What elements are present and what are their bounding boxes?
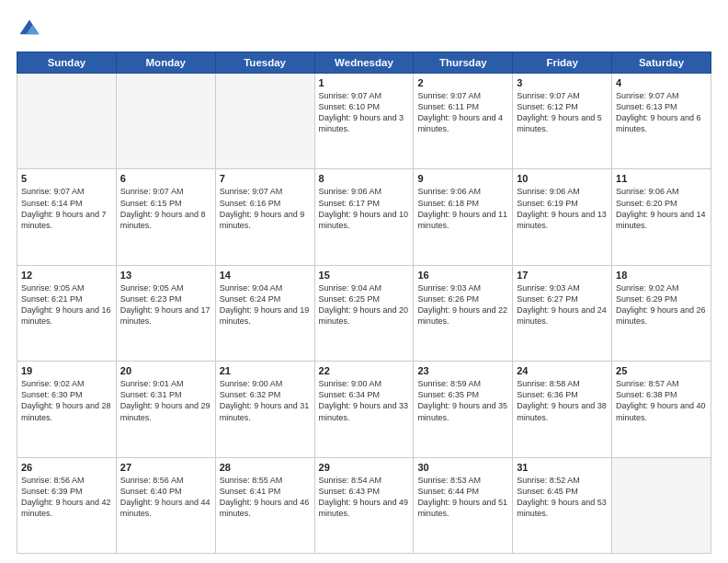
- day-number: 13: [120, 270, 211, 281]
- cell-info: Sunrise: 9:07 AMSunset: 6:11 PMDaylight:…: [417, 90, 508, 135]
- cell-info: Sunrise: 9:07 AMSunset: 6:15 PMDaylight:…: [120, 186, 211, 231]
- week-row-5: 26Sunrise: 8:56 AMSunset: 6:39 PMDayligh…: [17, 457, 711, 553]
- cell-info: Sunrise: 8:59 AMSunset: 6:35 PMDaylight:…: [417, 378, 508, 423]
- cell-info: Sunrise: 8:54 AMSunset: 6:43 PMDaylight:…: [319, 475, 410, 520]
- cell-info: Sunrise: 9:00 AMSunset: 6:32 PMDaylight:…: [220, 378, 311, 423]
- week-row-3: 12Sunrise: 9:05 AMSunset: 6:21 PMDayligh…: [17, 265, 711, 361]
- calendar-cell: 13Sunrise: 9:05 AMSunset: 6:23 PMDayligh…: [116, 265, 215, 361]
- calendar-cell: 10Sunrise: 9:06 AMSunset: 6:19 PMDayligh…: [513, 169, 612, 265]
- weekday-tuesday: Tuesday: [215, 52, 314, 74]
- calendar-cell: 26Sunrise: 8:56 AMSunset: 6:39 PMDayligh…: [17, 457, 117, 553]
- cell-info: Sunrise: 8:52 AMSunset: 6:45 PMDaylight:…: [517, 475, 608, 520]
- calendar-cell: 19Sunrise: 9:02 AMSunset: 6:30 PMDayligh…: [17, 362, 117, 457]
- day-number: 21: [220, 365, 311, 376]
- page: SundayMondayTuesdayWednesdayThursdayFrid…: [0, 0, 728, 563]
- calendar-cell: 12Sunrise: 9:05 AMSunset: 6:21 PMDayligh…: [17, 265, 117, 361]
- day-number: 27: [120, 462, 211, 473]
- calendar-cell: 7Sunrise: 9:07 AMSunset: 6:16 PMDaylight…: [215, 169, 314, 265]
- calendar-cell: 25Sunrise: 8:57 AMSunset: 6:38 PMDayligh…: [612, 362, 711, 457]
- cell-info: Sunrise: 9:07 AMSunset: 6:10 PMDaylight:…: [319, 90, 410, 135]
- calendar-cell: 30Sunrise: 8:53 AMSunset: 6:44 PMDayligh…: [414, 457, 513, 553]
- day-number: 31: [517, 462, 608, 473]
- cell-info: Sunrise: 9:06 AMSunset: 6:17 PMDaylight:…: [319, 186, 410, 231]
- weekday-sunday: Sunday: [17, 52, 117, 74]
- calendar-cell: 22Sunrise: 9:00 AMSunset: 6:34 PMDayligh…: [314, 362, 414, 457]
- day-number: 6: [120, 173, 211, 184]
- day-number: 18: [616, 270, 707, 281]
- cell-info: Sunrise: 9:02 AMSunset: 6:30 PMDaylight:…: [21, 378, 112, 423]
- cell-info: Sunrise: 9:00 AMSunset: 6:34 PMDaylight:…: [319, 378, 410, 423]
- cell-info: Sunrise: 9:03 AMSunset: 6:27 PMDaylight:…: [517, 282, 608, 327]
- day-number: 7: [220, 173, 311, 184]
- day-number: 11: [616, 173, 707, 184]
- weekday-saturday: Saturday: [612, 52, 711, 74]
- cell-info: Sunrise: 8:58 AMSunset: 6:36 PMDaylight:…: [517, 378, 608, 423]
- weekday-header-row: SundayMondayTuesdayWednesdayThursdayFrid…: [17, 52, 711, 74]
- calendar-cell: 14Sunrise: 9:04 AMSunset: 6:24 PMDayligh…: [215, 265, 314, 361]
- calendar-cell: 15Sunrise: 9:04 AMSunset: 6:25 PMDayligh…: [314, 265, 414, 361]
- cell-info: Sunrise: 9:05 AMSunset: 6:23 PMDaylight:…: [120, 282, 211, 327]
- cell-info: Sunrise: 9:05 AMSunset: 6:21 PMDaylight:…: [21, 282, 112, 327]
- calendar-cell: 11Sunrise: 9:06 AMSunset: 6:20 PMDayligh…: [612, 169, 711, 265]
- cell-info: Sunrise: 9:06 AMSunset: 6:20 PMDaylight:…: [616, 186, 707, 231]
- cell-info: Sunrise: 9:03 AMSunset: 6:26 PMDaylight:…: [417, 282, 508, 327]
- day-number: 25: [616, 365, 707, 376]
- calendar-cell: 4Sunrise: 9:07 AMSunset: 6:13 PMDaylight…: [612, 74, 711, 169]
- calendar-cell: 31Sunrise: 8:52 AMSunset: 6:45 PMDayligh…: [513, 457, 612, 553]
- day-number: 10: [517, 173, 608, 184]
- cell-info: Sunrise: 8:56 AMSunset: 6:40 PMDaylight:…: [120, 475, 211, 520]
- cell-info: Sunrise: 9:07 AMSunset: 6:13 PMDaylight:…: [616, 90, 707, 135]
- day-number: 24: [517, 365, 608, 376]
- day-number: 17: [517, 270, 608, 281]
- cell-info: Sunrise: 8:56 AMSunset: 6:39 PMDaylight:…: [21, 475, 112, 520]
- calendar-cell: 8Sunrise: 9:06 AMSunset: 6:17 PMDaylight…: [314, 169, 414, 265]
- day-number: 28: [220, 462, 311, 473]
- logo-icon: [17, 17, 42, 42]
- day-number: 4: [616, 77, 707, 88]
- day-number: 19: [21, 365, 112, 376]
- logo: [17, 17, 46, 42]
- calendar-cell: 23Sunrise: 8:59 AMSunset: 6:35 PMDayligh…: [414, 362, 513, 457]
- weekday-thursday: Thursday: [414, 52, 513, 74]
- day-number: 2: [417, 77, 508, 88]
- calendar-cell: 5Sunrise: 9:07 AMSunset: 6:14 PMDaylight…: [17, 169, 117, 265]
- cell-info: Sunrise: 8:55 AMSunset: 6:41 PMDaylight:…: [220, 475, 311, 520]
- cell-info: Sunrise: 9:04 AMSunset: 6:24 PMDaylight:…: [220, 282, 311, 327]
- calendar-cell: [17, 74, 117, 169]
- day-number: 29: [319, 462, 410, 473]
- calendar-cell: 29Sunrise: 8:54 AMSunset: 6:43 PMDayligh…: [314, 457, 414, 553]
- weekday-monday: Monday: [116, 52, 215, 74]
- day-number: 9: [417, 173, 508, 184]
- calendar-cell: 6Sunrise: 9:07 AMSunset: 6:15 PMDaylight…: [116, 169, 215, 265]
- day-number: 3: [517, 77, 608, 88]
- calendar-cell: [612, 457, 711, 553]
- weekday-wednesday: Wednesday: [314, 52, 414, 74]
- calendar-cell: [116, 74, 215, 169]
- calendar-cell: 3Sunrise: 9:07 AMSunset: 6:12 PMDaylight…: [513, 74, 612, 169]
- calendar-cell: 27Sunrise: 8:56 AMSunset: 6:40 PMDayligh…: [116, 457, 215, 553]
- weekday-friday: Friday: [513, 52, 612, 74]
- day-number: 8: [319, 173, 410, 184]
- cell-info: Sunrise: 9:07 AMSunset: 6:12 PMDaylight:…: [517, 90, 608, 135]
- day-number: 22: [319, 365, 410, 376]
- day-number: 16: [417, 270, 508, 281]
- day-number: 5: [21, 173, 112, 184]
- cell-info: Sunrise: 9:06 AMSunset: 6:19 PMDaylight:…: [517, 186, 608, 231]
- calendar-cell: 2Sunrise: 9:07 AMSunset: 6:11 PMDaylight…: [414, 74, 513, 169]
- day-number: 20: [120, 365, 211, 376]
- day-number: 23: [417, 365, 508, 376]
- calendar-cell: 24Sunrise: 8:58 AMSunset: 6:36 PMDayligh…: [513, 362, 612, 457]
- cell-info: Sunrise: 9:01 AMSunset: 6:31 PMDaylight:…: [120, 378, 211, 423]
- week-row-1: 1Sunrise: 9:07 AMSunset: 6:10 PMDaylight…: [17, 74, 711, 169]
- calendar-table: SundayMondayTuesdayWednesdayThursdayFrid…: [17, 52, 711, 554]
- calendar-cell: 21Sunrise: 9:00 AMSunset: 6:32 PMDayligh…: [215, 362, 314, 457]
- day-number: 12: [21, 270, 112, 281]
- calendar-cell: 18Sunrise: 9:02 AMSunset: 6:29 PMDayligh…: [612, 265, 711, 361]
- week-row-4: 19Sunrise: 9:02 AMSunset: 6:30 PMDayligh…: [17, 362, 711, 457]
- calendar-cell: 1Sunrise: 9:07 AMSunset: 6:10 PMDaylight…: [314, 74, 414, 169]
- calendar-cell: 28Sunrise: 8:55 AMSunset: 6:41 PMDayligh…: [215, 457, 314, 553]
- calendar-cell: 17Sunrise: 9:03 AMSunset: 6:27 PMDayligh…: [513, 265, 612, 361]
- cell-info: Sunrise: 9:07 AMSunset: 6:14 PMDaylight:…: [21, 186, 112, 231]
- day-number: 14: [220, 270, 311, 281]
- cell-info: Sunrise: 8:53 AMSunset: 6:44 PMDaylight:…: [417, 475, 508, 520]
